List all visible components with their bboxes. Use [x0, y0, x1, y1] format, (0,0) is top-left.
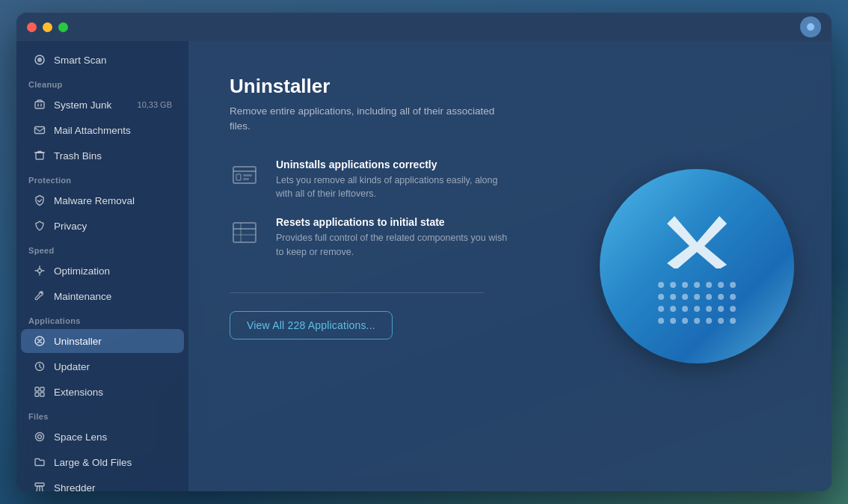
shredder-label: Shredder — [54, 482, 172, 492]
svg-rect-14 — [35, 387, 39, 391]
svg-rect-23 — [236, 174, 241, 180]
svg-point-18 — [36, 433, 44, 441]
smart-scan-label: Smart Scan — [54, 55, 172, 66]
svg-rect-15 — [40, 387, 44, 391]
extensions-label: Extensions — [54, 387, 172, 398]
minimize-button[interactable] — [43, 22, 52, 32]
sidebar-item-smart-scan[interactable]: Smart Scan — [21, 48, 184, 72]
uninstaller-icon — [33, 334, 46, 348]
svg-point-19 — [38, 435, 42, 439]
section-label-protection: Protection — [16, 168, 188, 188]
dot — [670, 282, 676, 288]
feature-desc-resets: Provides full control of the related com… — [276, 231, 515, 259]
maximize-button[interactable] — [58, 22, 68, 32]
extensions-icon — [33, 385, 46, 399]
privacy-label: Privacy — [54, 221, 172, 232]
privacy-icon — [33, 219, 46, 233]
dot — [682, 318, 688, 324]
svg-rect-2 — [35, 102, 44, 108]
maintenance-label: Maintenance — [54, 291, 172, 302]
sidebar-item-large-old-files[interactable]: Large & Old Files — [21, 450, 184, 474]
trash-bins-label: Trash Bins — [54, 150, 172, 162]
shredder-icon — [33, 481, 46, 491]
dot — [718, 282, 724, 288]
dot — [730, 282, 736, 288]
dot — [730, 294, 736, 300]
dot — [670, 306, 676, 312]
svg-rect-26 — [233, 223, 256, 242]
feature-desc-uninstalls: Lets you remove all kinds of application… — [276, 173, 515, 202]
uninstaller-label: Uninstaller — [54, 336, 172, 347]
titlebar-icon — [800, 16, 821, 37]
sidebar-item-optimization[interactable]: Optimization — [21, 259, 184, 283]
mail-attachments-icon — [33, 123, 46, 137]
sidebar-item-trash-bins[interactable]: Trash Bins — [21, 144, 184, 168]
app-icon-x-logo — [663, 209, 731, 268]
app-icon-circle — [600, 169, 794, 363]
feature-text-resets: Resets applications to initial state Pro… — [276, 216, 515, 259]
optimization-icon — [33, 264, 46, 277]
svg-rect-5 — [35, 127, 45, 134]
sidebar-item-space-lens[interactable]: Space Lens — [21, 425, 184, 449]
section-label-files: Files — [16, 405, 188, 424]
app-icon-inner — [658, 209, 736, 324]
dot — [658, 294, 664, 300]
sidebar-item-shredder[interactable]: Shredder — [21, 476, 184, 491]
dot — [694, 294, 700, 300]
dot — [694, 282, 700, 288]
app-window: Smart Scan Cleanup System Junk 10,33 GB — [16, 13, 832, 491]
dot — [718, 306, 724, 312]
space-lens-label: Space Lens — [54, 431, 172, 443]
sidebar-item-uninstaller[interactable]: Uninstaller — [21, 329, 184, 353]
resets-initial-state-icon — [230, 216, 262, 249]
sidebar-item-maintenance[interactable]: Maintenance — [21, 284, 184, 308]
sidebar-item-updater[interactable]: Updater — [21, 354, 184, 378]
view-all-button[interactable]: View All 228 Applications... — [230, 311, 393, 339]
dot — [730, 318, 736, 324]
malware-removal-label: Malware Removal — [54, 195, 172, 206]
dot — [658, 282, 664, 288]
updater-icon — [33, 360, 46, 373]
dot — [718, 294, 724, 300]
large-old-files-label: Large & Old Files — [54, 457, 172, 468]
space-lens-icon — [33, 430, 46, 443]
dot — [694, 306, 700, 312]
updater-label: Updater — [54, 361, 172, 372]
page-subtitle: Remove entire applications, including al… — [230, 104, 499, 135]
page-title: Uninstaller — [230, 75, 790, 98]
sidebar-item-privacy[interactable]: Privacy — [21, 214, 184, 238]
titlebar — [16, 13, 832, 41]
close-button[interactable] — [27, 22, 37, 32]
section-label-speed: Speed — [16, 239, 188, 258]
sidebar: Smart Scan Cleanup System Junk 10,33 GB — [16, 41, 188, 491]
svg-rect-17 — [40, 393, 44, 396]
sidebar-item-malware-removal[interactable]: Malware Removal — [21, 188, 184, 212]
feature-heading-uninstalls: Uninstalls applications correctly — [276, 159, 515, 170]
dot — [694, 318, 700, 324]
svg-rect-25 — [243, 178, 249, 180]
dot — [682, 294, 688, 300]
dot — [730, 306, 736, 312]
sidebar-item-mail-attachments[interactable]: Mail Attachments — [21, 118, 184, 142]
sidebar-item-system-junk[interactable]: System Junk 10,33 GB — [21, 93, 184, 117]
trash-bins-icon — [33, 149, 46, 162]
svg-rect-16 — [35, 393, 39, 396]
dot — [718, 318, 724, 324]
optimization-label: Optimization — [54, 265, 172, 277]
traffic-lights — [27, 22, 68, 32]
main-content: Uninstaller Remove entire applications, … — [188, 41, 832, 491]
svg-rect-24 — [243, 174, 252, 176]
dot — [658, 306, 664, 312]
sidebar-item-extensions[interactable]: Extensions — [21, 380, 184, 404]
svg-point-11 — [38, 269, 42, 273]
section-label-applications: Applications — [16, 309, 188, 328]
smart-scan-icon — [33, 53, 46, 67]
dot — [670, 294, 676, 300]
system-junk-badge: 10,33 GB — [138, 100, 172, 109]
malware-removal-icon — [33, 194, 46, 207]
dot — [706, 318, 712, 324]
svg-rect-6 — [36, 153, 43, 159]
feature-heading-resets: Resets applications to initial state — [276, 216, 515, 228]
dot — [682, 282, 688, 288]
dot — [706, 282, 712, 288]
